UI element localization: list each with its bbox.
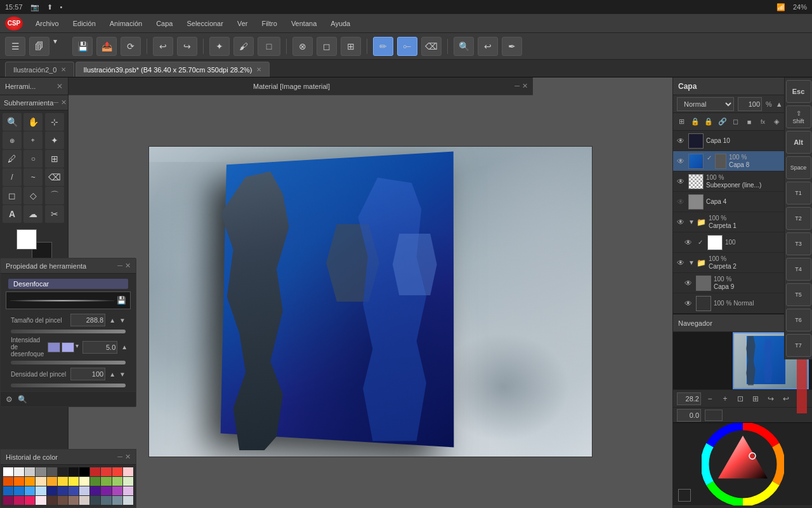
layer-fx-btn[interactable]: fx bbox=[757, 115, 769, 129]
menu-edicion[interactable]: Edición bbox=[67, 17, 102, 30]
t5-button[interactable]: T5 bbox=[786, 283, 811, 306]
layer-vis-capa10[interactable]: 👁 bbox=[676, 136, 686, 146]
artwork-canvas[interactable] bbox=[148, 146, 593, 457]
t6-button[interactable]: T6 bbox=[786, 309, 811, 331]
color-swatch-38[interactable] bbox=[25, 496, 35, 505]
hamburger-button[interactable]: ☰ bbox=[5, 37, 25, 56]
zoom-tool-icon[interactable]: 🔍 bbox=[3, 113, 22, 131]
text-tool-icon[interactable]: A bbox=[3, 205, 22, 223]
layer-vis-carpeta1[interactable]: 👁 bbox=[676, 217, 686, 227]
tools-panel-close[interactable]: ✕ bbox=[56, 82, 63, 91]
color-swatch-34[interactable] bbox=[112, 486, 122, 495]
layer-link-btn[interactable]: 🔗 bbox=[716, 115, 728, 129]
rect-tool-icon[interactable]: ◻ bbox=[3, 187, 22, 204]
color-swatch-32[interactable] bbox=[90, 486, 100, 495]
folder-expand-carpeta1[interactable]: ▼ 📁 bbox=[688, 218, 706, 227]
subherr-close[interactable]: ✕ bbox=[61, 98, 67, 107]
color-swatch-36[interactable] bbox=[3, 496, 13, 505]
color-swatch-13[interactable] bbox=[14, 477, 24, 486]
color-swatch-15[interactable] bbox=[36, 477, 46, 486]
layer-blend-btn[interactable]: ◈ bbox=[770, 115, 782, 129]
color-swatch-16[interactable] bbox=[47, 477, 57, 486]
pan-tool-icon[interactable]: ✋ bbox=[23, 113, 43, 131]
shift-button[interactable]: ⇧ Shift bbox=[786, 105, 811, 128]
brush-size-down[interactable]: ▼ bbox=[119, 317, 126, 324]
tab-close-1[interactable]: ✕ bbox=[61, 66, 66, 73]
fg-color-swatch[interactable] bbox=[16, 229, 37, 250]
nav-zoom-in[interactable]: + bbox=[719, 392, 731, 405]
subview-tool-icon[interactable]: ⊕ bbox=[3, 131, 22, 149]
subherr-minimize[interactable]: ─ bbox=[53, 98, 58, 107]
color-swatch-29[interactable] bbox=[58, 486, 68, 495]
brush-save-btn[interactable]: 💾 bbox=[117, 296, 126, 305]
blur-btn-2[interactable] bbox=[62, 342, 74, 352]
t7-button[interactable]: T7 bbox=[786, 334, 811, 357]
vector-tool-active[interactable]: ⟜ bbox=[397, 37, 417, 56]
color-swatch-43[interactable] bbox=[79, 496, 89, 505]
opacity-up[interactable]: ▲ bbox=[776, 100, 783, 108]
color-swatch-40[interactable] bbox=[47, 496, 57, 505]
space-button[interactable]: Space bbox=[786, 156, 811, 179]
color-swatch-7[interactable] bbox=[79, 467, 89, 476]
blur-intensity-slider[interactable] bbox=[11, 361, 126, 364]
layer-vis-ref[interactable]: 👁 bbox=[683, 298, 693, 309]
color-swatch-45[interactable] bbox=[101, 496, 111, 505]
layer-mask-btn[interactable]: ◻ bbox=[730, 115, 742, 129]
blend-mode-select[interactable]: Normal bbox=[677, 97, 734, 111]
color-swatch-28[interactable] bbox=[47, 486, 57, 495]
color-swatch-6[interactable] bbox=[69, 467, 79, 476]
lasso-tool-icon[interactable]: ⌒ bbox=[45, 187, 64, 204]
color-swatch-19[interactable] bbox=[79, 477, 89, 486]
color-swatch-12[interactable] bbox=[3, 477, 13, 486]
prop-settings-icon[interactable]: ⚙ bbox=[6, 395, 13, 404]
pen-tool-active[interactable]: ✏ bbox=[373, 37, 393, 56]
eraser-tool[interactable]: ⌫ bbox=[421, 37, 442, 56]
layer-vis-capa9[interactable]: 👁 bbox=[683, 278, 693, 288]
blur-dropdown[interactable]: ▾ bbox=[75, 342, 79, 352]
color-fg-swatch[interactable] bbox=[678, 489, 691, 502]
color-swatch-24[interactable] bbox=[3, 486, 13, 495]
redo-button[interactable]: ↪ bbox=[177, 37, 197, 56]
menu-archivo[interactable]: Archivo bbox=[29, 17, 65, 30]
circle-tool-icon[interactable]: ○ bbox=[23, 150, 43, 168]
color-swatch-11[interactable] bbox=[123, 467, 133, 476]
undo2-button[interactable]: ↩ bbox=[478, 37, 498, 56]
color-swatch-9[interactable] bbox=[101, 467, 111, 476]
layer-lock-btn[interactable]: 🔒 bbox=[689, 115, 701, 129]
color-swatch-41[interactable] bbox=[58, 496, 68, 505]
canvas-area[interactable]: Material [Image material] ─ ✕ bbox=[69, 77, 672, 508]
alt-button[interactable]: Alt bbox=[786, 131, 811, 154]
color-swatch-39[interactable] bbox=[36, 496, 46, 505]
nav-rotate-cw[interactable]: ↩ bbox=[780, 392, 792, 405]
transform-button[interactable]: ⊞ bbox=[341, 37, 361, 56]
color-wheel-svg[interactable] bbox=[702, 423, 784, 505]
layer-preview-btn[interactable]: ⊞ bbox=[676, 115, 688, 129]
blur-intensity-input[interactable] bbox=[82, 341, 117, 354]
scissors-tool-icon[interactable]: ✂ bbox=[45, 205, 64, 223]
brush-settings-button[interactable]: 🖌 bbox=[233, 37, 254, 56]
color-swatch-37[interactable] bbox=[14, 496, 24, 505]
color-swatch-30[interactable] bbox=[69, 486, 79, 495]
eraser-tool-icon[interactable]: ⌫ bbox=[45, 168, 64, 186]
color-swatch-3[interactable] bbox=[36, 467, 46, 476]
prop-minimize[interactable]: ─ bbox=[117, 262, 122, 270]
lasso-button[interactable]: ◻ bbox=[317, 37, 337, 56]
brush-size-slider[interactable] bbox=[11, 330, 126, 333]
color-swatch-4[interactable] bbox=[47, 467, 57, 476]
color-swatch-22[interactable] bbox=[112, 477, 122, 486]
color-swatch-35[interactable] bbox=[123, 486, 133, 495]
menu-ventana[interactable]: Ventana bbox=[285, 17, 323, 30]
color-swatch-1[interactable] bbox=[14, 467, 24, 476]
nav-actual-size[interactable]: ⊞ bbox=[749, 392, 762, 405]
layer-vis-capa4[interactable]: 👁 bbox=[676, 197, 686, 207]
tab-close-2[interactable]: ✕ bbox=[256, 66, 261, 73]
rotate-tool-icon[interactable]: ⌖ bbox=[23, 131, 43, 149]
prop-close[interactable]: ✕ bbox=[125, 262, 131, 270]
move-tool-icon[interactable]: ⊹ bbox=[45, 113, 64, 131]
save-button[interactable]: 💾 bbox=[72, 37, 93, 56]
color-swatch-46[interactable] bbox=[112, 496, 122, 505]
layer-fill-btn[interactable]: ■ bbox=[743, 115, 755, 129]
color-swatch-18[interactable] bbox=[69, 477, 79, 486]
density-down[interactable]: ▼ bbox=[119, 371, 126, 378]
layer-vis-subexponer[interactable]: 👁 bbox=[676, 177, 686, 187]
